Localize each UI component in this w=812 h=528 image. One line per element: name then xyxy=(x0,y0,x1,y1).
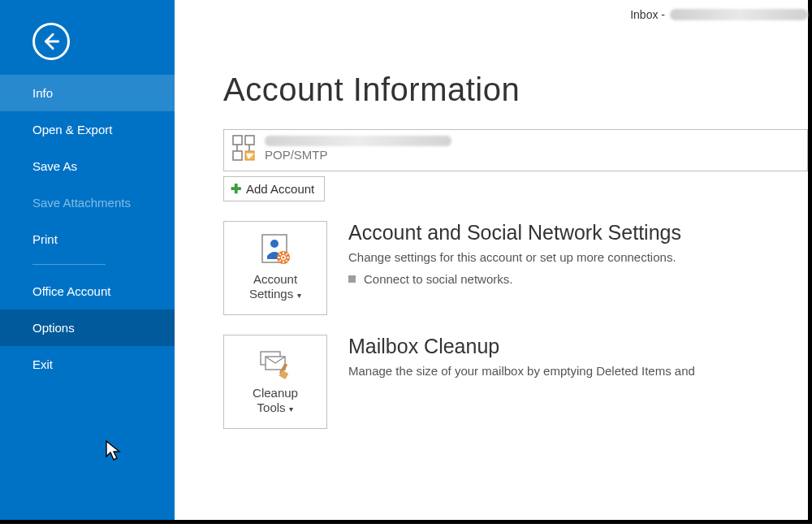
main-panel: Inbox - Account Information POP/SMTP xyxy=(175,0,808,520)
section-account-settings-text: Account and Social Network Settings Chan… xyxy=(348,221,808,286)
svg-rect-3 xyxy=(233,151,242,160)
content-area: POP/SMTP ✚ Add Account xyxy=(223,129,808,429)
section-cleanup-text: Mailbox Cleanup Manage the size of your … xyxy=(348,335,808,379)
account-type: POP/SMTP xyxy=(265,148,451,162)
plus-icon: ✚ xyxy=(231,181,241,197)
nav-item-print[interactable]: Print xyxy=(0,221,175,258)
account-settings-desc: Change settings for this account or set … xyxy=(348,249,808,266)
tile-cleanup-tools[interactable]: Cleanup Tools ▾ xyxy=(223,335,327,429)
nav-item-save-attachments: Save Attachments xyxy=(0,184,175,221)
nav-item-save-as[interactable]: Save As xyxy=(0,148,175,184)
cleanup-heading: Mailbox Cleanup xyxy=(348,335,808,358)
tile-account-settings[interactable]: Account Settings ▾ xyxy=(223,221,327,315)
add-account-button[interactable]: ✚ Add Account xyxy=(223,176,325,201)
section-account-settings: Account Settings ▾ Account and Social Ne… xyxy=(223,221,808,315)
nav-list: Info Open & Export Save As Save Attachme… xyxy=(0,75,175,383)
nav-item-info[interactable]: Info xyxy=(0,75,175,111)
back-button[interactable] xyxy=(32,23,70,60)
backstage-sidebar: Info Open & Export Save As Save Attachme… xyxy=(0,0,175,520)
tile-account-settings-label: Account Settings ▾ xyxy=(249,272,301,301)
account-selector[interactable]: POP/SMTP xyxy=(223,129,808,171)
section-mailbox-cleanup: Cleanup Tools ▾ Mailbox Cleanup Manage t… xyxy=(223,335,808,429)
svg-point-8 xyxy=(270,240,279,248)
cleanup-desc: Manage the size of your mailbox by empty… xyxy=(348,363,808,379)
back-arrow-icon xyxy=(41,31,62,52)
nav-item-open-export[interactable]: Open & Export xyxy=(0,111,175,148)
account-tree-icon xyxy=(232,135,257,162)
add-account-label: Add Account xyxy=(246,182,314,196)
backstage-root: Info Open & Export Save As Save Attachme… xyxy=(0,0,812,524)
svg-rect-2 xyxy=(245,136,254,145)
bullet-icon xyxy=(348,275,356,283)
account-settings-icon xyxy=(257,232,293,267)
social-networks-label: Connect to social networks. xyxy=(364,272,512,286)
nav-item-options[interactable]: Options xyxy=(0,309,175,346)
window-titlebar: Inbox - xyxy=(630,8,808,21)
nav-item-office-account[interactable]: Office Account xyxy=(0,273,175,309)
nav-divider xyxy=(32,264,106,265)
titlebar-inbox-label: Inbox - xyxy=(630,8,665,21)
titlebar-account-redacted xyxy=(670,9,808,20)
social-networks-link[interactable]: Connect to social networks. xyxy=(348,272,808,286)
nav-item-exit[interactable]: Exit xyxy=(0,346,175,383)
page-title: Account Information xyxy=(223,71,808,108)
account-settings-heading: Account and Social Network Settings xyxy=(348,221,808,245)
account-details: POP/SMTP xyxy=(265,135,451,162)
tile-cleanup-tools-label: Cleanup Tools ▾ xyxy=(253,386,298,415)
svg-rect-1 xyxy=(233,136,242,145)
chevron-down-icon: ▾ xyxy=(295,291,301,300)
chevron-down-icon: ▾ xyxy=(287,405,294,413)
account-email-redacted xyxy=(265,136,451,146)
cleanup-tools-icon xyxy=(257,345,293,381)
